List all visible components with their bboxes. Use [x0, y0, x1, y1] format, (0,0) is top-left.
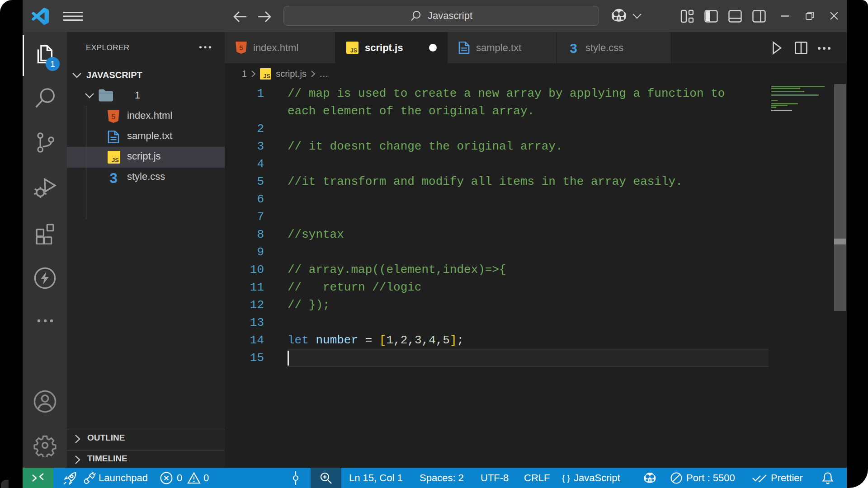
svg-text:3: 3	[109, 171, 117, 184]
svg-text:JS: JS	[112, 157, 119, 164]
svg-text:5: 5	[112, 113, 116, 121]
svg-text:JS: JS	[264, 73, 270, 79]
svg-text:5: 5	[239, 44, 243, 52]
svg-text:3: 3	[570, 42, 577, 54]
svg-text:JS: JS	[350, 47, 357, 54]
